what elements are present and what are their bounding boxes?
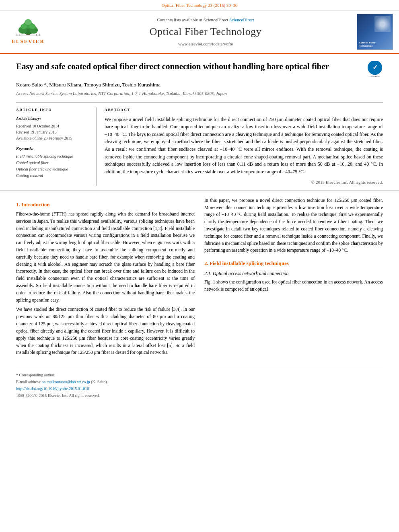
body-right-col: In this paper, we propose a novel direct…: [204, 197, 383, 359]
section1-head: 1. Introduction: [16, 201, 195, 208]
svg-point-5: [21, 24, 27, 29]
intro-para-2: We have studied the direct connection of…: [16, 306, 195, 356]
section2-1-text: Fig. 1 shows the configuration used for …: [204, 279, 383, 293]
issn-line: 1068-5200/© 2015 Elsevier Inc. All right…: [16, 393, 383, 398]
article-info-label: ARTICLE INFO: [16, 107, 90, 113]
keywords-block: Keywords: Field installable splicing tec…: [16, 146, 90, 179]
received-date: Received 10 October 2014: [16, 123, 90, 129]
elsevier-wordmark: ELSEVIER: [12, 38, 45, 45]
journal-title: Optical Fiber Technology: [150, 25, 261, 39]
journal-cover-image: Optical FiberTechnology: [357, 14, 393, 50]
elsevier-logo: ELSEVIER: [4, 18, 52, 46]
sciencedirect-line: Contents lists available at ScienceDirec…: [157, 17, 254, 23]
cover-journal-title: Optical FiberTechnology: [359, 41, 375, 48]
svg-point-7: [25, 19, 32, 25]
corresponding-note: * Corresponding author.: [16, 372, 383, 378]
top-bar: Optical Fiber Technology 23 (2015) 30–36: [0, 0, 399, 10]
cover-illustration: [374, 16, 391, 32]
body-columns: 1. Introduction Fiber-to-the-home (FTTH)…: [16, 197, 383, 359]
keyword-4: Coating removal: [16, 173, 90, 179]
elsevier-logo-area: ELSEVIER: [4, 14, 56, 50]
crossmark-icon: ✓: [368, 61, 382, 74]
footer-divider: [16, 369, 383, 369]
article-history: Article history: Received 10 October 201…: [16, 116, 90, 141]
crossmark-label: CrossMark: [368, 75, 382, 78]
keyword-3: Optical fiber cleaving technique: [16, 166, 90, 173]
keywords-label: Keywords:: [16, 146, 90, 152]
doi-link[interactable]: http://dx.doi.org/10.1016/j.yofte.2015.0…: [16, 386, 89, 391]
article-info-abstract: ARTICLE INFO Article history: Received 1…: [16, 102, 383, 186]
authors-line: Kotaro Saito *, Mitsuru Kihara, Tomoya S…: [16, 81, 383, 88]
intro-para-3: In this paper, we propose a novel direct…: [204, 197, 383, 255]
journal-url: www.elsevier.com/locate/yofte: [178, 41, 233, 47]
article-body: 1. Introduction Fiber-to-the-home (FTTH)…: [0, 191, 399, 363]
journal-cover-area: Optical FiberTechnology: [355, 14, 395, 50]
abstract-text: We propose a novel field installable spl…: [105, 116, 383, 176]
available-date: Available online 23 February 2015: [16, 135, 90, 141]
copyright: © 2015 Elsevier Inc. All rights reserved…: [105, 179, 383, 185]
journal-header: ELSEVIER Contents lists available at Sci…: [0, 10, 399, 54]
svg-point-6: [29, 24, 36, 29]
article-title: Easy and safe coated optical fiber direc…: [16, 61, 383, 72]
crossmark-badge[interactable]: ✓ CrossMark: [367, 61, 383, 77]
section2-head: 2. Field installable splicing techniques: [204, 260, 383, 267]
abstract-label: ABSTRACT: [105, 107, 383, 113]
revised-date: Revised 19 January 2015: [16, 129, 90, 135]
journal-title-area: Contents lists available at ScienceDirec…: [60, 14, 351, 50]
body-left-col: 1. Introduction Fiber-to-the-home (FTTH)…: [16, 197, 195, 359]
article-header-section: ✓ CrossMark Easy and safe coated optical…: [0, 54, 399, 190]
citation-text: Optical Fiber Technology 23 (2015) 30–36: [162, 3, 238, 8]
article-info-col: ARTICLE INFO Article history: Received 1…: [16, 107, 97, 186]
history-subhead: Article history:: [16, 116, 90, 121]
section2-1-head: 2.1. Optical access network and connecti…: [204, 270, 383, 277]
intro-para-1: Fiber-to-the-home (FTTH) has spread rapi…: [16, 211, 195, 304]
affiliation: Access Network Service System Laboratori…: [16, 90, 383, 97]
abstract-col: ABSTRACT We propose a novel field instal…: [105, 107, 383, 186]
email-note: E-mail address: saitou.koutarou@lab.ntt.…: [16, 379, 383, 385]
keyword-2: Coated optical fiber: [16, 160, 90, 166]
elsevier-tree-icon: [10, 18, 46, 37]
page-footer: * Corresponding author. E-mail address: …: [0, 363, 399, 402]
author-email-link[interactable]: saitou.koutarou@lab.ntt.co.jp: [42, 380, 90, 384]
keyword-1: Field installable splicing technique: [16, 153, 90, 160]
sciencedirect-link[interactable]: ScienceDirect: [229, 17, 254, 22]
